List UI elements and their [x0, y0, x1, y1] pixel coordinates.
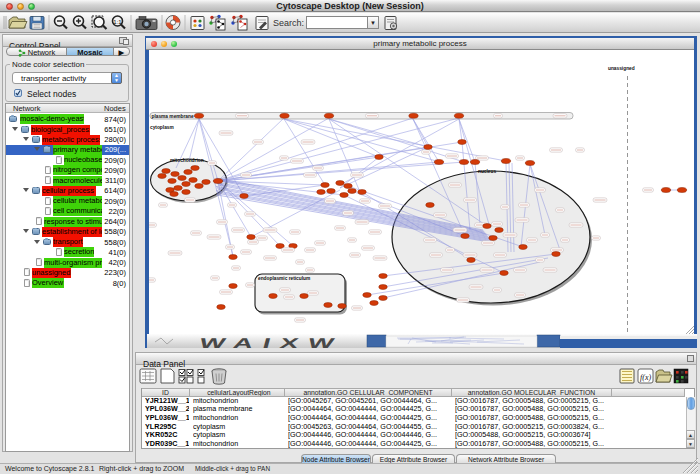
- svg-text:plasma membrane: plasma membrane: [152, 114, 194, 119]
- svg-text:WAIXW: WAIXW: [198, 335, 346, 348]
- svg-text:1:1: 1:1: [113, 19, 122, 25]
- svg-text:endoplasmic reticulum: endoplasmic reticulum: [258, 276, 310, 281]
- svg-text:nucleus: nucleus: [478, 169, 496, 174]
- svg-text:f(x): f(x): [640, 373, 651, 382]
- svg-text:cytoplasm: cytoplasm: [150, 125, 174, 130]
- svg-text:mitochondrion: mitochondrion: [170, 158, 204, 163]
- svg-text:unassigned: unassigned: [608, 66, 635, 71]
